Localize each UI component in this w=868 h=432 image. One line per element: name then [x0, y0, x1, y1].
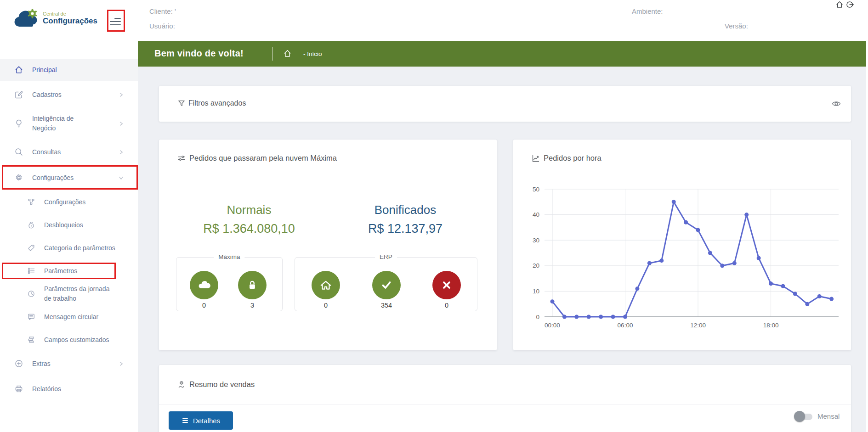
sidebar-item-label: Categoria de parâmetros — [44, 243, 115, 253]
sales-icon — [177, 381, 186, 389]
printer-icon — [14, 384, 23, 393]
card-title: Resumo de vendas — [189, 380, 255, 389]
sidebar-item-label: Configurações — [44, 197, 85, 207]
x-icon — [432, 271, 461, 299]
svg-text:12:00: 12:00 — [690, 322, 706, 329]
sidebar-item-cadastros[interactable]: Cadastros — [0, 85, 138, 104]
svg-text:18:00: 18:00 — [763, 322, 779, 329]
logout-icon[interactable] — [846, 0, 854, 9]
card-header: Pedidos por hora — [513, 140, 851, 177]
sidebar-subitem-parametros[interactable]: Parâmetros — [0, 262, 138, 280]
tag-icon — [27, 244, 35, 252]
nodes-icon — [27, 198, 35, 206]
sidebar-item-relatorios[interactable]: Relatórios — [0, 380, 138, 398]
breadcrumb-home-icon[interactable] — [283, 49, 292, 58]
stack-icon — [27, 336, 35, 344]
sidebar-item-label: Parâmetros — [44, 266, 77, 276]
normal-orders-value: R$ 1.364.080,10 — [176, 222, 323, 236]
svg-text:10: 10 — [533, 288, 539, 295]
erp-status-group: ERP 0 354 0 — [295, 257, 477, 311]
card-title: Pedidos que passaram pela nuvem Máxima — [189, 154, 337, 163]
chevron-right-icon — [119, 150, 124, 155]
bonus-orders-label: Bonificados — [332, 203, 479, 217]
svg-text:40: 40 — [533, 211, 539, 218]
line-chart-icon — [532, 154, 540, 163]
sidebar-subitem-configuracoes[interactable]: Configurações — [0, 193, 138, 211]
user-label: Usuário: — [149, 22, 175, 30]
lock-icon — [238, 271, 267, 299]
stat-count: 354 — [372, 302, 401, 309]
sales-summary-card: Resumo de vendas Detalhes Mensal — [159, 365, 851, 432]
version-label: Versão: — [725, 22, 748, 30]
svg-text:00:00: 00:00 — [545, 322, 560, 329]
home-icon — [312, 271, 340, 299]
list-icon — [182, 417, 189, 424]
banner-divider — [272, 47, 273, 61]
top-header: Central de Configurações Cliente: ' Usuá… — [0, 0, 868, 41]
sidebar-item-consultas[interactable]: Consultas — [0, 143, 138, 161]
sidebar-item-label: Parâmetros da jornada de trabalho — [44, 284, 115, 303]
details-button-label: Detalhes — [193, 417, 220, 425]
sidebar-subitem-desbloqueios[interactable]: Desbloqueios — [0, 216, 138, 234]
sidebar-subitem-mensagem-circular[interactable]: Mensagem circular — [0, 308, 138, 326]
svg-text:20: 20 — [533, 262, 539, 269]
stat-count: 0 — [312, 302, 340, 309]
sidebar-item-label: Mensagem circular — [44, 312, 98, 322]
orders-per-hour-chart: 00:0006:0012:0018:0001020304050 — [519, 183, 841, 334]
sidebar-subitem-campos-customizados[interactable]: Campos customizados — [0, 331, 138, 349]
home-icon[interactable] — [835, 0, 844, 9]
lightbulb-icon — [14, 119, 23, 128]
erp-error-stat: 0 — [432, 271, 461, 309]
svg-text:50: 50 — [533, 186, 539, 193]
normal-orders-block: Normais R$ 1.364.080,10 — [176, 203, 323, 236]
breadcrumb: - Início — [303, 50, 322, 57]
client-value: ' — [175, 7, 176, 15]
details-button[interactable]: Detalhes — [169, 411, 233, 430]
erp-group-title: ERP — [375, 253, 397, 260]
svg-text:30: 30 — [533, 237, 539, 244]
sidebar-item-label: Campos customizados — [44, 335, 109, 345]
menu-icon — [114, 18, 121, 19]
sidebar-item-label: Consultas — [32, 147, 61, 157]
cloud-icon — [190, 271, 218, 299]
filters-title: Filtros avançados — [188, 99, 246, 107]
sidebar-item-label: Cadastros — [32, 90, 62, 100]
svg-text:06:00: 06:00 — [618, 322, 633, 329]
maxima-lock-stat: 3 — [238, 271, 267, 309]
sidebar-item-configuracoes[interactable]: Configurações — [0, 168, 138, 187]
sidebar-item-inteligencia-de-negocio[interactable]: Inteligência de Negócio — [0, 111, 138, 136]
monthly-toggle-knob[interactable] — [794, 411, 805, 422]
plus-circle-icon — [14, 359, 23, 368]
funnel-icon — [177, 99, 186, 107]
bonus-orders-block: Bonificados R$ 12.137,97 — [332, 203, 479, 236]
welcome-text: Bem vindo de volta! — [154, 48, 244, 59]
stat-count: 3 — [238, 302, 267, 309]
normal-orders-label: Normais — [176, 203, 323, 217]
gear-icon — [14, 173, 23, 182]
sidebar-item-principal[interactable]: Principal — [0, 61, 138, 79]
sidebar-item-label: Desbloqueios — [44, 220, 83, 230]
app-logo-text: Central de Configurações — [43, 11, 97, 26]
monthly-toggle-label: Mensal — [817, 412, 840, 420]
sidebar-nav: Principal Cadastros Inteligência de Negó… — [0, 41, 138, 432]
orders-per-hour-card: Pedidos por hora 00:0006:0012:0018:00010… — [513, 140, 851, 350]
chevron-right-icon — [119, 121, 124, 126]
client-label: Cliente: ' — [149, 7, 176, 15]
sidebar-item-extras[interactable]: Extras — [0, 354, 138, 373]
sidebar-collapse-button[interactable] — [107, 10, 125, 32]
svg-text:0: 0 — [536, 314, 539, 320]
clock-icon — [27, 290, 35, 298]
bonus-orders-value: R$ 12.137,97 — [332, 222, 479, 236]
eye-icon[interactable] — [831, 99, 841, 109]
sidebar-item-label: Configurações — [32, 173, 74, 183]
welcome-banner: Bem vindo de volta! - Início — [138, 41, 866, 67]
chevron-right-icon — [119, 92, 124, 97]
sidebar-subitem-parametros-jornada[interactable]: Parâmetros da jornada de trabalho — [0, 281, 138, 307]
sidebar-item-label: Inteligência de Negócio — [32, 114, 94, 133]
erp-check-stat: 354 — [372, 271, 401, 309]
orders-summary-card: Pedidos que passaram pela nuvem Máxima N… — [159, 140, 497, 350]
scrollbar-track[interactable] — [866, 0, 868, 432]
search-icon — [14, 147, 23, 157]
sliders-icon — [177, 154, 186, 163]
sidebar-subitem-categoria-de-parametros[interactable]: Categoria de parâmetros — [0, 235, 138, 261]
